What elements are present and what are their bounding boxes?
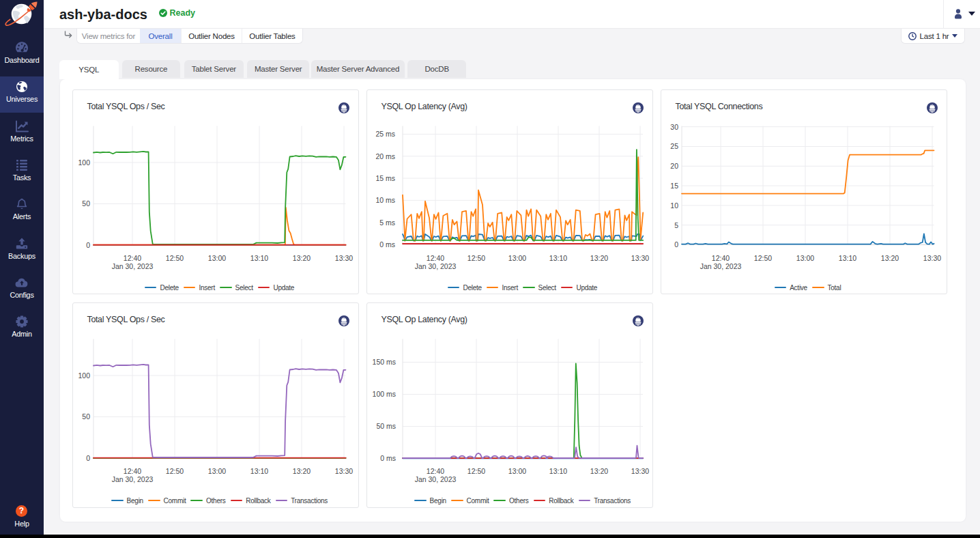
svg-text:13:00: 13:00 [207, 254, 225, 262]
svg-text:12:40: 12:40 [123, 467, 141, 475]
svg-text:100: 100 [78, 158, 90, 167]
svg-text:13:00: 13:00 [508, 254, 525, 262]
svg-text:Jan 30, 2023: Jan 30, 2023 [414, 475, 456, 483]
svg-text:13:00: 13:00 [207, 467, 225, 475]
svg-text:13:00: 13:00 [508, 467, 525, 475]
svg-text:Jan 30, 2023: Jan 30, 2023 [111, 262, 153, 270]
svg-text:13:10: 13:10 [250, 467, 268, 475]
svg-text:13:20: 13:20 [292, 467, 310, 475]
svg-text:13:30: 13:30 [631, 254, 648, 262]
svg-text:12:50: 12:50 [467, 254, 485, 262]
svg-text:12:50: 12:50 [165, 254, 183, 262]
svg-text:Jan 30, 2023: Jan 30, 2023 [111, 475, 153, 483]
svg-text:12:40: 12:40 [123, 254, 141, 262]
svg-text:12:50: 12:50 [165, 467, 183, 475]
svg-text:0 ms: 0 ms [380, 454, 396, 462]
svg-text:0: 0 [674, 240, 678, 249]
svg-text:13:30: 13:30 [923, 254, 940, 262]
svg-text:13:10: 13:10 [549, 254, 566, 262]
svg-text:150 ms: 150 ms [372, 358, 395, 366]
svg-text:5 ms: 5 ms [379, 218, 395, 227]
svg-text:13:30: 13:30 [334, 254, 352, 262]
svg-text:15 ms: 15 ms [375, 174, 395, 182]
svg-text:13:20: 13:20 [292, 254, 310, 262]
svg-text:12:40: 12:40 [426, 467, 444, 475]
svg-text:12:40: 12:40 [426, 254, 444, 262]
svg-text:12:50: 12:50 [467, 467, 485, 475]
svg-text:25: 25 [670, 142, 678, 150]
svg-text:100 ms: 100 ms [372, 390, 395, 398]
svg-text:50: 50 [82, 199, 90, 208]
svg-text:20 ms: 20 ms [375, 152, 395, 160]
svg-text:5: 5 [674, 221, 678, 229]
svg-text:50: 50 [82, 412, 90, 421]
svg-text:100: 100 [78, 371, 90, 380]
svg-text:0 ms: 0 ms [379, 240, 395, 249]
svg-text:0: 0 [86, 454, 90, 462]
svg-text:13:00: 13:00 [796, 254, 813, 262]
svg-text:12:50: 12:50 [753, 254, 771, 262]
svg-text:13:30: 13:30 [334, 467, 352, 475]
svg-text:13:30: 13:30 [631, 467, 648, 475]
svg-text:13:20: 13:20 [880, 254, 898, 262]
svg-text:13:20: 13:20 [590, 254, 607, 262]
svg-text:10 ms: 10 ms [375, 196, 395, 204]
svg-text:20: 20 [670, 162, 678, 170]
svg-text:10: 10 [670, 201, 678, 210]
svg-text:13:10: 13:10 [549, 467, 566, 475]
svg-text:Jan 30, 2023: Jan 30, 2023 [700, 262, 741, 270]
svg-text:30: 30 [670, 123, 678, 131]
svg-text:12:40: 12:40 [711, 254, 729, 262]
svg-text:Jan 30, 2023: Jan 30, 2023 [414, 262, 456, 270]
svg-text:50 ms: 50 ms [376, 422, 396, 430]
svg-text:15: 15 [670, 182, 678, 190]
svg-text:13:20: 13:20 [590, 467, 607, 475]
svg-text:13:10: 13:10 [838, 254, 856, 262]
svg-text:0: 0 [86, 241, 90, 249]
svg-text:25 ms: 25 ms [375, 130, 395, 138]
svg-text:13:10: 13:10 [250, 254, 268, 262]
